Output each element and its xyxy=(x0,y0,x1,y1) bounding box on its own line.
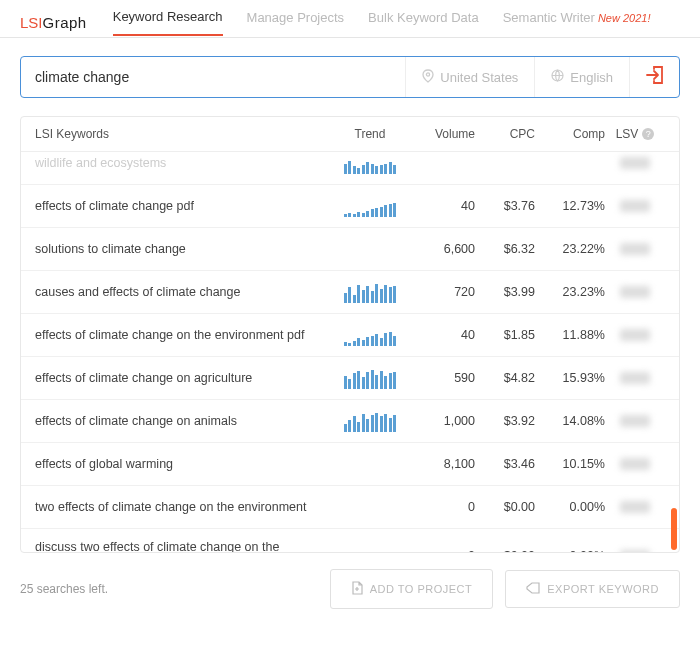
cpc-cell: $0.00 xyxy=(475,500,535,514)
comp-cell: 23.23% xyxy=(535,285,605,299)
logo-part1: LSI xyxy=(20,14,43,31)
lsv-blurred-value xyxy=(620,243,650,255)
comp-cell: 10.15% xyxy=(535,457,605,471)
help-icon[interactable]: ? xyxy=(642,128,654,140)
nav-tab-bulk-keyword-data[interactable]: Bulk Keyword Data xyxy=(368,10,479,35)
volume-cell: 40 xyxy=(405,328,475,342)
table-row[interactable]: effects of climate change on the environ… xyxy=(21,314,679,357)
keyword-table: LSI Keywords Trend Volume CPC Comp LSV ?… xyxy=(20,116,680,553)
lsv-blurred-value xyxy=(620,501,650,513)
lsv-cell xyxy=(605,243,665,255)
trend-sparkline xyxy=(335,410,405,432)
cpc-cell: $4.82 xyxy=(475,371,535,385)
comp-cell: 12.73% xyxy=(535,199,605,213)
keyword-cell: effects of climate change on animals xyxy=(35,413,335,430)
comp-cell: 0.00% xyxy=(535,500,605,514)
table-row[interactable]: wildlife and ecosystems xyxy=(21,152,679,185)
svg-point-0 xyxy=(427,72,430,75)
trend-sparkline xyxy=(335,281,405,303)
trend-sparkline xyxy=(335,324,405,346)
col-header-lsv[interactable]: LSV ? xyxy=(605,127,665,141)
col-header-trend[interactable]: Trend xyxy=(335,127,405,141)
table-row[interactable]: effects of climate change on agriculture… xyxy=(21,357,679,400)
keyword-cell: causes and effects of climate change xyxy=(35,284,335,301)
lsv-blurred-value xyxy=(620,200,650,212)
globe-icon xyxy=(551,69,564,85)
nav-tab-semantic-writer[interactable]: Semantic WriterNew 2021! xyxy=(503,10,651,35)
keyword-cell: wildlife and ecosystems xyxy=(35,155,335,172)
lsv-cell xyxy=(605,458,665,470)
cpc-cell: $1.85 xyxy=(475,328,535,342)
export-keyword-button[interactable]: EXPORT KEYWORD xyxy=(505,570,680,608)
col-header-comp[interactable]: Comp xyxy=(535,127,605,141)
volume-cell: 40 xyxy=(405,199,475,213)
volume-cell: 720 xyxy=(405,285,475,299)
table-header: LSI Keywords Trend Volume CPC Comp LSV ? xyxy=(21,117,679,152)
volume-cell: 0 xyxy=(405,500,475,514)
table-row[interactable]: causes and effects of climate change720$… xyxy=(21,271,679,314)
table-row[interactable]: two effects of climate change on the env… xyxy=(21,486,679,529)
cpc-cell: $6.32 xyxy=(475,242,535,256)
export-icon xyxy=(526,582,540,596)
col-header-volume[interactable]: Volume xyxy=(405,127,475,141)
col-header-cpc[interactable]: CPC xyxy=(475,127,535,141)
lsv-blurred-value xyxy=(620,329,650,341)
trend-sparkline xyxy=(335,238,405,260)
cpc-cell: $0.00 xyxy=(475,549,535,552)
comp-cell: 11.88% xyxy=(535,328,605,342)
file-plus-icon xyxy=(351,581,363,597)
scrollbar-track[interactable] xyxy=(671,152,677,552)
lsv-blurred-value xyxy=(620,458,650,470)
keyword-cell: discuss two effects of climate change on… xyxy=(35,539,335,552)
lsv-blurred-value xyxy=(620,550,650,552)
nav-badge: New 2021! xyxy=(598,12,651,24)
volume-cell: 6,600 xyxy=(405,242,475,256)
table-row[interactable]: effects of global warming8,100$3.4610.15… xyxy=(21,443,679,486)
trend-sparkline xyxy=(335,152,405,174)
trend-sparkline xyxy=(335,496,405,518)
lsv-blurred-value xyxy=(620,372,650,384)
searches-remaining: 25 searches left. xyxy=(20,582,318,596)
table-row[interactable]: solutions to climate change6,600$6.3223.… xyxy=(21,228,679,271)
lsv-blurred-value xyxy=(620,286,650,298)
lsv-cell xyxy=(605,286,665,298)
add-to-project-button[interactable]: ADD TO PROJECT xyxy=(330,569,494,609)
nav-tab-keyword-research[interactable]: Keyword Research xyxy=(113,9,223,36)
table-row[interactable]: discuss two effects of climate change on… xyxy=(21,529,679,552)
scrollbar-thumb[interactable] xyxy=(671,508,677,550)
col-header-keywords[interactable]: LSI Keywords xyxy=(35,127,335,141)
table-row[interactable]: effects of climate change on animals1,00… xyxy=(21,400,679,443)
search-area: United States English xyxy=(0,38,700,116)
keyword-cell: solutions to climate change xyxy=(35,241,335,258)
add-to-project-label: ADD TO PROJECT xyxy=(370,583,473,595)
cpc-cell: $3.76 xyxy=(475,199,535,213)
keyword-cell: effects of climate change on agriculture xyxy=(35,370,335,387)
trend-sparkline xyxy=(335,453,405,475)
lsv-blurred-value xyxy=(620,157,650,169)
region-selector[interactable]: United States xyxy=(405,57,534,97)
lsv-cell xyxy=(605,415,665,427)
footer: 25 searches left. ADD TO PROJECT EXPORT … xyxy=(0,553,700,625)
top-nav: LSIGraph Keyword ResearchManage Projects… xyxy=(0,0,700,38)
lsv-blurred-value xyxy=(620,415,650,427)
keyword-cell: effects of global warming xyxy=(35,456,335,473)
comp-cell: 15.93% xyxy=(535,371,605,385)
region-label: United States xyxy=(440,70,518,85)
search-input[interactable] xyxy=(21,69,405,85)
cpc-cell: $3.92 xyxy=(475,414,535,428)
table-row[interactable]: effects of climate change pdf40$3.7612.7… xyxy=(21,185,679,228)
search-submit-button[interactable] xyxy=(629,57,679,97)
logo-part2: Graph xyxy=(43,14,87,31)
lsv-cell xyxy=(605,501,665,513)
keyword-cell: effects of climate change pdf xyxy=(35,198,335,215)
cpc-cell: $3.46 xyxy=(475,457,535,471)
comp-cell: 0.00% xyxy=(535,549,605,552)
language-selector[interactable]: English xyxy=(534,57,629,97)
language-label: English xyxy=(570,70,613,85)
table-body[interactable]: wildlife and ecosystemseffects of climat… xyxy=(21,152,679,552)
trend-sparkline xyxy=(335,545,405,552)
nav-tab-manage-projects[interactable]: Manage Projects xyxy=(247,10,345,35)
login-arrow-icon xyxy=(645,66,665,88)
search-bar: United States English xyxy=(20,56,680,98)
lsv-cell xyxy=(605,200,665,212)
